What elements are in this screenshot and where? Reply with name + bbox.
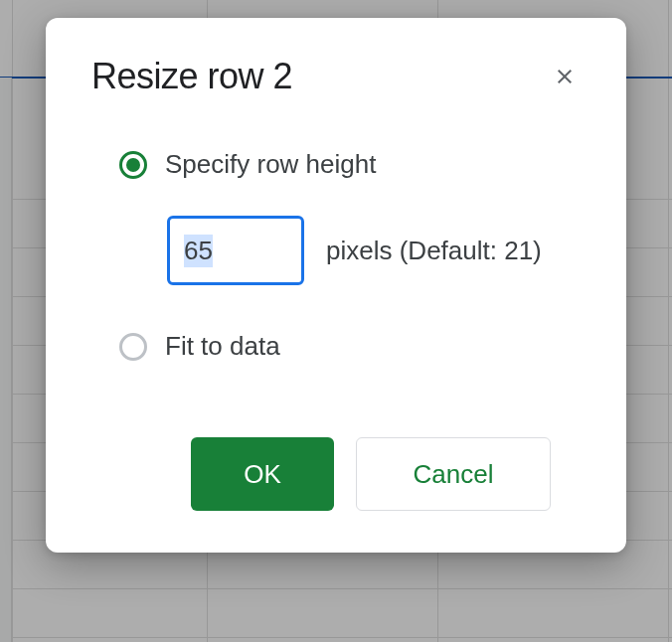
resize-row-dialog: Resize row 2 Specify row height 65 pixel…	[46, 18, 626, 553]
radio-fit-to-data[interactable]	[119, 333, 147, 361]
close-icon	[553, 65, 577, 88]
radio-specify-height[interactable]	[119, 151, 147, 179]
close-button[interactable]	[549, 61, 581, 92]
radio-fit-to-data-label: Fit to data	[165, 331, 280, 362]
radio-specify-height-label: Specify row height	[165, 149, 376, 180]
cancel-button[interactable]: Cancel	[356, 437, 551, 511]
row-height-input[interactable]: 65	[167, 216, 304, 285]
input-suffix-label: pixels (Default: 21)	[326, 236, 542, 266]
ok-button[interactable]: OK	[191, 437, 334, 511]
dialog-title: Resize row 2	[91, 56, 292, 97]
